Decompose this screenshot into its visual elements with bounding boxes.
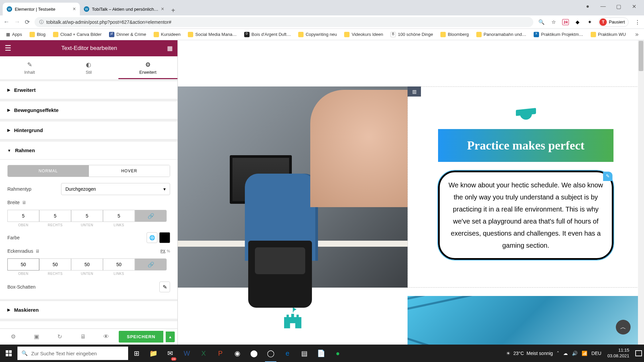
- widgets-grid-icon[interactable]: ▦: [167, 45, 173, 52]
- vertical-scrollbar[interactable]: [638, 40, 644, 345]
- devices-icon[interactable]: 🖥: [35, 248, 40, 254]
- close-window-icon[interactable]: ✕: [627, 1, 641, 11]
- image-widget[interactable]: [178, 86, 408, 288]
- radius-links-input[interactable]: [103, 258, 135, 270]
- notepad-button[interactable]: 📄: [313, 345, 329, 362]
- reload-icon[interactable]: ⟳: [25, 18, 30, 26]
- accordion-erweitert[interactable]: ▶Erweitert: [0, 81, 177, 99]
- bookmark-item[interactable]: Videokurs Ideen: [341, 31, 386, 39]
- maximize-icon[interactable]: ▢: [611, 1, 626, 11]
- app-button[interactable]: ▤: [296, 345, 313, 362]
- save-options-button[interactable]: ▲: [166, 331, 175, 342]
- excel-button[interactable]: X: [195, 345, 212, 362]
- weather-widget[interactable]: ☀ 23°C Meist sonnig: [506, 351, 553, 356]
- bottom-left-column[interactable]: [178, 296, 408, 345]
- back-icon[interactable]: ←: [3, 18, 9, 25]
- bookmark-item[interactable]: B100 schöne Dinge: [388, 31, 436, 39]
- start-button[interactable]: [0, 345, 17, 362]
- onedrive-icon[interactable]: ☁: [563, 351, 568, 356]
- profile-button[interactable]: T Pausiert: [598, 17, 629, 27]
- task-view-button[interactable]: ⊞: [128, 345, 145, 362]
- language-indicator[interactable]: DEU: [591, 351, 601, 356]
- global-color-button[interactable]: 🌐: [147, 232, 157, 243]
- link-values-button[interactable]: 🔗: [135, 258, 167, 270]
- breite-links-input[interactable]: [103, 210, 135, 222]
- rahmentyp-select[interactable]: Durchgezogen ▾: [61, 183, 170, 195]
- breite-oben-input[interactable]: [7, 210, 39, 222]
- zoom-icon[interactable]: 🔍: [538, 19, 545, 25]
- obs-button[interactable]: ⬤: [246, 345, 262, 362]
- dot-icon[interactable]: ●: [580, 1, 595, 11]
- state-hover-button[interactable]: HOVER: [89, 165, 170, 177]
- bookmark-item[interactable]: Cload + Canva Bilder: [50, 31, 104, 39]
- extensions-puzzle-icon[interactable]: ✦: [586, 19, 593, 25]
- bottom-right-image[interactable]: ︿: [408, 296, 644, 345]
- save-button[interactable]: SPEICHERN: [119, 331, 163, 343]
- tab-inhalt[interactable]: ✎Inhalt: [0, 56, 59, 79]
- apps-button[interactable]: ▦Apps: [3, 31, 25, 38]
- taskbar-clock[interactable]: 11:15 03.08.2021: [605, 348, 631, 359]
- heading-widget[interactable]: Practice makes perfect: [438, 129, 613, 162]
- action-center-button[interactable]: [635, 350, 642, 356]
- bookmark-item[interactable]: XPraktikum Projektm…: [531, 31, 586, 39]
- new-tab-button[interactable]: +: [168, 5, 178, 15]
- radius-oben-input[interactable]: [7, 258, 39, 270]
- wifi-icon[interactable]: 📶: [582, 351, 587, 356]
- accordion-bewegung[interactable]: ▶Bewegungseffekte: [0, 101, 177, 119]
- mail-button[interactable]: ✉24: [162, 345, 178, 362]
- responsive-button[interactable]: 🖥: [72, 334, 94, 340]
- tray-chevron-icon[interactable]: ˄: [557, 351, 559, 356]
- forward-icon[interactable]: →: [14, 18, 20, 25]
- word-button[interactable]: W: [178, 345, 195, 362]
- menu-icon[interactable]: ☰: [5, 44, 11, 53]
- edge-button[interactable]: e: [279, 345, 296, 362]
- scroll-to-top-button[interactable]: ︿: [616, 320, 631, 335]
- bookmark-item[interactable]: Praktikum WU: [588, 31, 629, 39]
- preview-button[interactable]: 👁: [96, 334, 117, 340]
- radius-unten-input[interactable]: [71, 258, 103, 270]
- close-icon[interactable]: ×: [161, 6, 164, 12]
- section-handle-button[interactable]: ▥: [408, 86, 421, 97]
- kebab-menu-icon[interactable]: ⋮: [634, 19, 641, 25]
- tab-stil[interactable]: ◐Stil: [59, 56, 118, 79]
- right-column[interactable]: Practice makes perfect ✎ We know about y…: [408, 86, 644, 288]
- bookmarks-overflow-icon[interactable]: »: [633, 31, 641, 38]
- app-button[interactable]: ◉: [229, 345, 246, 362]
- browser-tab-inactive[interactable]: W TobiTalk – Aktien und persönlich… ×: [80, 3, 168, 15]
- state-normal-button[interactable]: NORMAL: [8, 165, 89, 177]
- site-info-icon[interactable]: ⓘ: [39, 19, 44, 25]
- accordion-hintergrund[interactable]: ▶Hintergrund: [0, 121, 177, 139]
- volume-icon[interactable]: 🔊: [572, 351, 578, 356]
- bookmark-item[interactable]: Panoramabahn und…: [474, 31, 529, 39]
- bookmark-item[interactable]: Kursideen: [151, 31, 183, 39]
- bookmark-item[interactable]: Bloomberg: [438, 31, 472, 39]
- elementor-canvas[interactable]: ◀ ▥ Practice makes perfect ✎ We know abo…: [178, 40, 644, 345]
- bookmark-item[interactable]: DBois d'Argent Duft…: [241, 31, 293, 39]
- accordion-rahmen[interactable]: ▼Rahmen: [0, 141, 177, 160]
- bookmark-item[interactable]: jdDinner & Crime: [106, 31, 149, 39]
- file-explorer-button[interactable]: 📁: [145, 345, 162, 362]
- extension-todoist-icon[interactable]: 24: [562, 19, 569, 25]
- bookmark-item[interactable]: Copywriting neu: [296, 31, 339, 39]
- spotify-button[interactable]: ●: [329, 345, 346, 362]
- powerpoint-button[interactable]: P: [212, 345, 229, 362]
- edit-widget-button[interactable]: ✎: [603, 172, 612, 181]
- breite-rechts-input[interactable]: [39, 210, 71, 222]
- tab-erweitert[interactable]: ⚙Erweitert: [118, 56, 177, 79]
- url-bar[interactable]: ⓘ tobitalk.at/wp-admin/post.php?post=627…: [35, 17, 533, 27]
- radius-rechts-input[interactable]: [39, 258, 71, 270]
- extension-generic-icon[interactable]: ◆: [574, 19, 581, 25]
- color-swatch[interactable]: [159, 232, 170, 243]
- devices-icon[interactable]: 🖥: [22, 200, 26, 205]
- bookmark-item[interactable]: Social Media Mana…: [185, 31, 239, 39]
- chrome-button[interactable]: ◯: [262, 345, 279, 362]
- history-button[interactable]: ↻: [49, 333, 70, 340]
- star-icon[interactable]: ☆: [550, 19, 557, 25]
- settings-button[interactable]: ⚙: [3, 333, 24, 340]
- browser-tab-active[interactable]: W Elementor | Testseite ×: [3, 3, 80, 15]
- unit-toggle[interactable]: PX%: [161, 249, 170, 253]
- taskbar-search[interactable]: 🔍 Zur Suche Text hier eingeben: [17, 347, 128, 360]
- link-values-button[interactable]: 🔗: [135, 210, 167, 222]
- box-shadow-edit-button[interactable]: ✎: [159, 282, 170, 292]
- breite-unten-input[interactable]: [71, 210, 103, 222]
